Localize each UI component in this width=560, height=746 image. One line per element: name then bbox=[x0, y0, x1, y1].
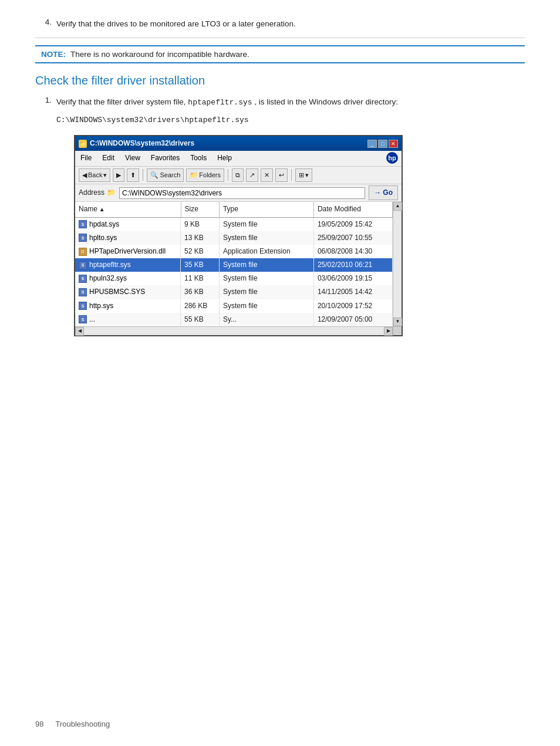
undo-icon: ↩ bbox=[279, 170, 284, 181]
sys-file-icon: S bbox=[79, 220, 87, 228]
scroll-track[interactable] bbox=[393, 211, 402, 318]
footer-section-name: Troubleshooting bbox=[55, 720, 110, 728]
forward-button[interactable]: ▶ bbox=[113, 168, 124, 183]
address-input[interactable] bbox=[119, 187, 365, 199]
folders-button[interactable]: 📁 Folders bbox=[186, 168, 224, 183]
table-row[interactable]: D HPTapeDriverVersion.dll 52 KB Applicat… bbox=[75, 245, 393, 258]
toolbar: ◀ Back ▾ ▶ ⬆ 🔍 Search 📁 Folders bbox=[75, 167, 402, 185]
scroll-up-button[interactable]: ▲ bbox=[393, 202, 402, 211]
file-name-cell: S hpdat.sys bbox=[75, 218, 181, 231]
go-arrow-icon: → bbox=[374, 187, 381, 198]
titlebar-buttons[interactable]: _ □ ✕ bbox=[367, 140, 398, 148]
col-header-date[interactable]: Date Modified bbox=[313, 202, 392, 217]
menu-tools[interactable]: Tools bbox=[188, 152, 208, 164]
file-name-cell: S hptapefltr.sys bbox=[75, 258, 181, 272]
move-button[interactable]: ↗ bbox=[246, 168, 258, 183]
col-header-name[interactable]: Name bbox=[75, 202, 181, 217]
menu-view[interactable]: View bbox=[123, 152, 142, 164]
step-1-block: 1. Verify that the filter driver system … bbox=[35, 96, 525, 336]
menu-edit[interactable]: Edit bbox=[100, 152, 116, 164]
go-button[interactable]: → Go bbox=[369, 185, 398, 200]
top-step: 4. Verify that the drives to be monitore… bbox=[35, 18, 525, 31]
file-size-cell: 55 KB bbox=[181, 313, 219, 326]
file-size-cell: 9 KB bbox=[181, 217, 219, 231]
menubar: File Edit View Favorites Tools Help hp bbox=[75, 151, 402, 166]
menu-help[interactable]: Help bbox=[215, 152, 234, 164]
search-button[interactable]: 🔍 Search bbox=[147, 168, 184, 183]
maximize-button[interactable]: □ bbox=[378, 140, 387, 148]
note-label: NOTE: bbox=[41, 50, 66, 59]
file-date-cell: 19/05/2009 15:42 bbox=[313, 217, 392, 231]
file-name-cell: S ... bbox=[75, 313, 181, 326]
hp-logo: hp bbox=[386, 152, 398, 164]
back-label: Back bbox=[88, 170, 102, 181]
file-size-cell: 35 KB bbox=[181, 258, 219, 272]
file-size-cell: 13 KB bbox=[181, 231, 219, 245]
file-name: hpuln32.sys bbox=[89, 273, 127, 284]
scroll-down-button[interactable]: ▼ bbox=[393, 318, 402, 326]
forward-icon: ▶ bbox=[116, 170, 121, 181]
file-table-wrap: Name Size Type Date Modified S hpdat.sys… bbox=[75, 202, 393, 326]
col-header-size[interactable]: Size bbox=[181, 202, 219, 217]
up-button[interactable]: ⬆ bbox=[127, 168, 139, 183]
sys-file-icon: S bbox=[79, 315, 87, 323]
delete-button[interactable]: ✕ bbox=[261, 168, 273, 183]
resize-corner[interactable] bbox=[393, 326, 402, 335]
search-label: Search bbox=[160, 170, 180, 181]
file-date-cell: 12/09/2007 05:00 bbox=[313, 313, 392, 326]
sys-file-icon: S bbox=[79, 302, 87, 310]
menu-favorites[interactable]: Favorites bbox=[149, 152, 181, 164]
step-1-text-before: Verify that the filter driver system fil… bbox=[56, 97, 186, 106]
file-type-cell: Sy... bbox=[219, 313, 313, 326]
search-icon: 🔍 bbox=[150, 170, 158, 181]
file-type-cell: System file bbox=[219, 299, 313, 313]
table-row[interactable]: S hpdat.sys 9 KB System file 19/05/2009 … bbox=[75, 217, 393, 231]
section-heading: Check the filter driver installation bbox=[35, 74, 525, 87]
copy-icon: ⧉ bbox=[235, 170, 240, 181]
col-header-type[interactable]: Type bbox=[219, 202, 313, 217]
up-icon: ⬆ bbox=[130, 170, 136, 181]
file-name-cell: S http.sys bbox=[75, 299, 181, 313]
step-1-content: Verify that the filter driver system fil… bbox=[56, 96, 403, 336]
step-number-4: 4. bbox=[35, 18, 52, 31]
back-button[interactable]: ◀ Back ▾ bbox=[79, 168, 110, 183]
table-row[interactable]: S ... 55 KB Sy... 12/09/2007 05:00 bbox=[75, 313, 393, 326]
scroll-left-button[interactable]: ◀ bbox=[75, 327, 84, 336]
file-name: hplto.sys bbox=[89, 232, 117, 244]
note-text: There is no workaround for incompatible … bbox=[70, 50, 249, 59]
horizontal-scrollbar[interactable]: ◀ ▶ bbox=[75, 326, 393, 335]
copy-button[interactable]: ⧉ bbox=[232, 168, 244, 183]
file-date-cell: 25/02/2010 06:21 bbox=[313, 258, 392, 272]
toolbar-separator-1 bbox=[143, 169, 143, 181]
views-button[interactable]: ⊞ ▾ bbox=[295, 168, 312, 183]
table-row[interactable]: S http.sys 286 KB System file 20/10/2009… bbox=[75, 299, 393, 313]
file-date-cell: 14/11/2005 14:42 bbox=[313, 285, 392, 299]
close-button[interactable]: ✕ bbox=[389, 140, 398, 148]
menu-file[interactable]: File bbox=[79, 152, 93, 164]
step-4-text: Verify that the drives to be monitored a… bbox=[56, 18, 296, 31]
file-name: hpdat.sys bbox=[89, 219, 119, 230]
file-type-cell: System file bbox=[219, 258, 313, 272]
file-date-cell: 20/10/2009 17:52 bbox=[313, 299, 392, 313]
step-1-code-block: C:\WINDOWS\system32\drivers\hptapefltr.s… bbox=[56, 114, 403, 127]
table-row[interactable]: S HPUSBMSC.SYS 36 KB System file 14/11/2… bbox=[75, 285, 393, 299]
file-type-cell: System file bbox=[219, 285, 313, 299]
table-row[interactable]: S hpuln32.sys 11 KB System file 03/06/20… bbox=[75, 272, 393, 285]
scroll-right-button[interactable]: ▶ bbox=[384, 327, 393, 336]
go-label: Go bbox=[383, 187, 393, 198]
file-name: ... bbox=[89, 314, 95, 325]
titlebar-title: C:\WINDOWS\system32\drivers bbox=[90, 138, 194, 149]
delete-icon: ✕ bbox=[264, 170, 269, 181]
table-row[interactable]: S hplto.sys 13 KB System file 25/09/2007… bbox=[75, 231, 393, 245]
titlebar-left: 📁 C:\WINDOWS\system32\drivers bbox=[79, 138, 194, 149]
minimize-button[interactable]: _ bbox=[367, 140, 377, 148]
table-row[interactable]: S hptapefltr.sys 35 KB System file 25/02… bbox=[75, 258, 393, 272]
views-icon: ⊞ bbox=[299, 170, 304, 181]
file-name-cell: S hplto.sys bbox=[75, 231, 181, 245]
step-1-code-inline: hptapefltr.sys bbox=[188, 98, 252, 107]
undo-button[interactable]: ↩ bbox=[275, 168, 288, 183]
file-type-cell: Application Extension bbox=[219, 245, 313, 258]
file-date-cell: 06/08/2008 14:30 bbox=[313, 245, 392, 258]
page-footer: 98 Troubleshooting bbox=[35, 720, 110, 728]
vertical-scrollbar[interactable]: ▲ ▼ bbox=[393, 202, 402, 326]
